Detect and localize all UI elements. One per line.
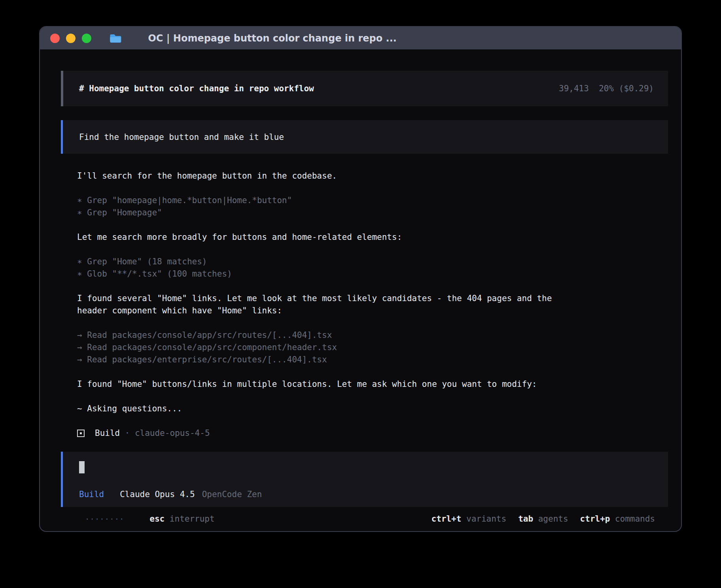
tool-call-grep: ∗ Grep "Homepage" [77,207,562,219]
tool-call-glob: ∗ Glob "**/*.tsx" (100 matches) [77,268,562,280]
terminal-window: OC | Homepage button color change in rep… [39,26,682,532]
assistant-message: I found several "Home" links. Let me loo… [77,292,562,317]
hint-interrupt: esc interrupt [150,514,215,524]
prompt-input[interactable]: Build Claude Opus 4.5 OpenCode Zen [61,452,668,507]
minimize-button[interactable] [66,34,75,43]
folder-icon [109,26,143,65]
assistant-message: Let me search more broadly for buttons a… [77,231,562,243]
conversation: I'll search for the homepage button in t… [61,170,668,439]
key-tab: tab [518,514,533,524]
label-agents: agents [533,514,568,524]
hint-agents: tab agents [518,514,568,524]
label-commands: commands [610,514,655,524]
tool-call-read: → Read packages/enterprise/src/routes/[.… [77,354,562,366]
zoom-button[interactable] [82,34,91,43]
key-ctrl-t: ctrl+t [431,514,461,524]
tool-call-grep: ∗ Grep "homepage|home.*button|Home.*butt… [77,194,562,207]
mode-indicator: Build [79,490,104,499]
terminal-content: # Homepage button color change in repo w… [40,49,681,531]
session-title: # Homepage button color change in repo w… [79,84,314,93]
label-interrupt: interrupt [164,514,214,524]
session-header: # Homepage button color change in repo w… [61,71,668,106]
window-title: OC | Homepage button color change in rep… [148,33,397,44]
key-esc: esc [150,514,165,524]
desktop-background: OC | Homepage button color change in rep… [0,0,721,588]
status-bar-left: ········ esc interrupt [85,514,215,524]
status-asking: ~ Asking questions... [77,403,562,415]
tool-call-read: → Read packages/console/app/src/componen… [77,341,562,354]
agent-name: Build [95,427,120,439]
provider-indicator: OpenCode Zen [202,490,262,499]
hint-commands: ctrl+p commands [580,514,655,524]
tool-call-grep: ∗ Grep "Home" (18 matches) [77,256,562,268]
label-variants: variants [461,514,506,524]
key-ctrl-p: ctrl+p [580,514,610,524]
session-stats: 39,413 20% ($0.29) [559,84,654,93]
user-message: Find the homepage button and make it blu… [61,120,668,154]
window-titlebar[interactable]: OC | Homepage button color change in rep… [40,27,681,49]
hint-variants: ctrl+t variants [431,514,506,524]
status-bar-right: ctrl+t variants tab agents ctrl+p comman… [431,514,655,524]
window-title-group: OC | Homepage button color change in rep… [109,26,396,65]
close-button[interactable] [50,34,60,43]
user-message-text: Find the homepage button and make it blu… [79,132,284,142]
tool-call-read: → Read packages/console/app/src/routes/[… [77,329,562,341]
traffic-lights [50,34,91,43]
assistant-message: I found "Home" buttons/links in multiple… [77,378,562,390]
agent-separator: · [120,427,135,439]
input-meta: Build Claude Opus 4.5 OpenCode Zen [79,490,654,499]
text-cursor [79,461,85,473]
assistant-message: I'll search for the homepage button in t… [77,170,562,182]
spinner-dots: ········ [85,514,125,523]
status-bar: ········ esc interrupt ctrl+t variants t… [61,507,668,531]
model-indicator: Claude Opus 4.5 [120,490,195,499]
agent-status-line: Build · claude-opus-4-5 [77,427,668,439]
build-agent-icon [77,430,85,437]
agent-model: claude-opus-4-5 [135,427,210,439]
